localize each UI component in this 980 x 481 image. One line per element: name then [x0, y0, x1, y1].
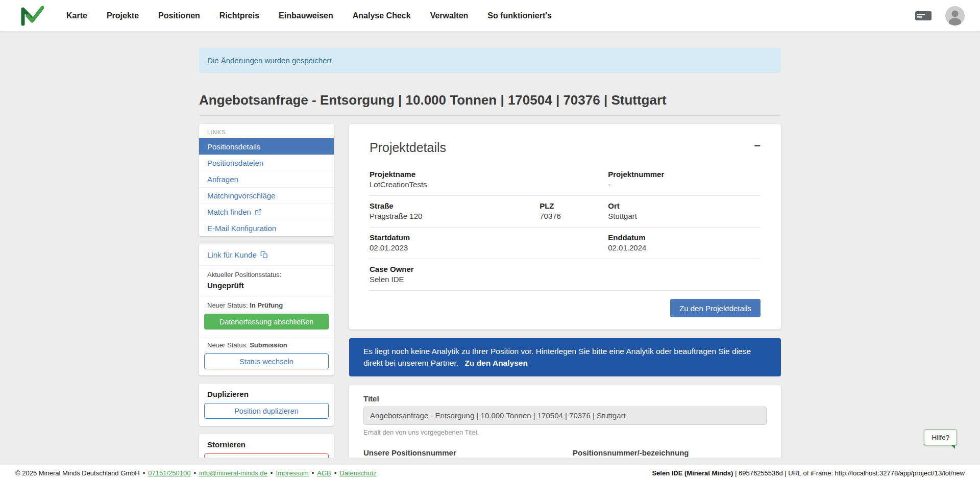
strasse-value: Pragstraße 120	[370, 212, 540, 220]
startdatum-value: 02.01.2023	[370, 243, 540, 252]
nav-karte[interactable]: Karte	[66, 11, 87, 20]
customer-link-label: Link für Kunde	[207, 250, 257, 259]
card-panel-button[interactable]	[915, 10, 932, 22]
nav-richtpreis[interactable]: Richtpreis	[219, 11, 259, 20]
footer-impressum-link[interactable]: Impressum	[276, 469, 308, 477]
footer: © 2025 Mineral Minds Deutschland GmbH • …	[0, 465, 980, 481]
nav-projekte[interactable]: Projekte	[107, 11, 139, 20]
duplicate-card: Duplizieren Position duplizieren	[199, 384, 334, 426]
startdatum-label: Startdatum	[370, 233, 540, 242]
plz-value: 70376	[540, 212, 608, 220]
footer-separator: •	[334, 469, 337, 477]
sidebar-item-positionsdetails[interactable]: Positionsdetails	[199, 138, 334, 155]
footer-separator: •	[143, 469, 145, 477]
current-status-value: Ungeprüft	[207, 281, 326, 290]
sidebar-item-label: Matchingvorschläge	[207, 191, 275, 200]
goto-analyses-link[interactable]: Zu den Analysen	[464, 359, 527, 367]
status-card: Link für Kunde Aktueller Positionsstatus…	[199, 244, 334, 375]
sidebar: LINKS Positionsdetails Positionsdateien …	[199, 124, 334, 458]
external-number-field-group: Positionsnummer/-bezeichnung Z.B. Intern…	[573, 448, 767, 458]
titel-input	[363, 407, 767, 425]
nav-so-funktionierts[interactable]: So funktioniert's	[487, 11, 552, 20]
cancel-card: Stornieren Stornieren	[199, 434, 334, 458]
collapse-button[interactable]: −	[754, 140, 761, 151]
sidebar-item-label: Positionsdetails	[207, 142, 260, 151]
main-nav: Karte Projekte Positionen Richtpreis Ein…	[66, 11, 552, 20]
sidebar-item-matchingvorschlaege[interactable]: Matchingvorschläge	[199, 187, 334, 204]
footer-user: Selen IDE (Mineral Minds)	[652, 469, 733, 477]
duplicate-card-title: Duplizieren	[204, 390, 329, 398]
next-status-value: In Prüfung	[250, 301, 283, 309]
customer-link[interactable]: Link für Kunde	[199, 244, 334, 266]
complete-data-entry-button[interactable]: Datenerfassung abschließen	[204, 314, 329, 330]
ort-label: Ort	[608, 201, 761, 210]
help-button[interactable]: Hilfe?	[924, 429, 957, 445]
current-status-label: Aktueller Positionsstatus:	[207, 271, 326, 279]
sidebar-item-label: Match finden	[207, 208, 251, 216]
sidebar-item-label: E-Mail Konfiguration	[207, 224, 276, 233]
detail-row-address: Straße Pragstraße 120 PLZ 70376 Ort Stut…	[370, 196, 761, 227]
cancel-card-title: Stornieren	[204, 440, 329, 449]
ort-value: Stuttgart	[608, 212, 761, 220]
sidebar-item-match-finden[interactable]: Match finden	[199, 204, 334, 220]
analytics-banner: Es liegt noch keine Analytik zu Ihrer Po…	[349, 338, 781, 376]
footer-separator: •	[312, 469, 314, 477]
strasse-label: Straße	[370, 201, 540, 210]
projektnummer-label: Projektnummer	[608, 170, 761, 179]
nav-verwalten[interactable]: Verwalten	[430, 11, 469, 20]
footer-datenschutz-link[interactable]: Datenschutz	[339, 469, 376, 477]
next-status-label: Neuer Status:	[207, 341, 248, 349]
enddatum-label: Enddatum	[608, 233, 761, 242]
user-avatar-icon	[945, 6, 965, 26]
projektname-label: Projektname	[370, 170, 540, 179]
footer-phone-link[interactable]: 07151/250100	[148, 469, 190, 477]
cancel-button-label: Stornieren	[246, 458, 280, 458]
current-status-section: Aktueller Positionsstatus: Ungeprüft	[199, 266, 334, 296]
position-form-card: Titel Erhält den von uns vorgegebenen Ti…	[349, 385, 781, 458]
app-logo[interactable]	[20, 6, 44, 26]
projektnummer-value: -	[608, 180, 761, 189]
posnr-label: Unsere Positionsnummer	[363, 448, 557, 457]
goto-project-details-button[interactable]: Zu den Projektdetails	[670, 299, 761, 317]
page-title: Angebotsanfrage - Entsorgung | 10.000 To…	[199, 92, 781, 116]
nav-einbauweisen[interactable]: Einbauweisen	[279, 11, 333, 20]
mineral-minds-logo-icon	[20, 6, 44, 26]
duplicate-position-button[interactable]: Position duplizieren	[204, 403, 329, 419]
footer-email-link[interactable]: info@mineral-minds.de	[199, 469, 267, 477]
saved-alert-text: Die Änderungen wurden gespeichert	[207, 56, 332, 65]
links-header: LINKS	[199, 124, 334, 138]
nav-analyse-check[interactable]: Analyse Check	[353, 11, 411, 20]
footer-separator: •	[193, 469, 196, 477]
user-menu-button[interactable]	[945, 6, 965, 26]
cancel-dropdown-button[interactable]: Stornieren	[204, 453, 329, 458]
card-icon	[915, 10, 932, 22]
analytics-banner-text: Es liegt noch keine Analytik zu Ihrer Po…	[363, 347, 751, 367]
ext-number-label: Positionsnummer/-bezeichnung	[573, 448, 767, 457]
sidebar-item-label: Anfragen	[207, 175, 238, 184]
next-status-section-1: Neuer Status: In Prüfung Datenerfassung …	[199, 296, 334, 336]
footer-session-info: Selen IDE (Mineral Minds) | 69576255536d…	[652, 469, 965, 477]
nav-positionen[interactable]: Positionen	[158, 11, 200, 20]
sidebar-item-anfragen[interactable]: Anfragen	[199, 171, 334, 187]
plz-label: PLZ	[540, 201, 608, 210]
footer-agb-link[interactable]: AGB	[317, 469, 331, 477]
detail-row-dates: Startdatum 02.01.2023 Enddatum 02.01.202…	[370, 227, 761, 259]
next-status-label: Neuer Status:	[207, 301, 248, 309]
next-status-value: Submission	[250, 341, 287, 349]
sidebar-item-email-konfiguration[interactable]: E-Mail Konfiguration	[199, 220, 334, 236]
app-viewport: Die Änderungen wurden gespeichert Angebo…	[0, 32, 980, 458]
sidebar-item-positionsdateien[interactable]: Positionsdateien	[199, 155, 334, 171]
footer-session-details: | 69576255536d | URL of iFrame: http://l…	[733, 469, 965, 477]
position-number-field-group: Unsere Positionsnummer Erhält eine syste…	[363, 448, 557, 458]
enddatum-value: 02.01.2024	[608, 243, 761, 252]
project-details-title: Projektdetails	[370, 140, 446, 155]
main-column: Projektdetails − Projektname LotCreation…	[349, 124, 781, 458]
sidebar-item-label: Positionsdateien	[207, 159, 263, 167]
case-owner-label: Case Owner	[370, 265, 540, 273]
case-owner-value: Selen IDE	[370, 275, 540, 284]
detail-row-case-owner: Case Owner Selen IDE	[370, 259, 761, 291]
titel-help: Erhält den von uns vorgegebenen Titel.	[363, 428, 767, 436]
titel-label: Titel	[363, 394, 767, 403]
switch-status-button[interactable]: Status wechseln	[204, 353, 329, 369]
links-card: LINKS Positionsdetails Positionsdateien …	[199, 124, 334, 236]
